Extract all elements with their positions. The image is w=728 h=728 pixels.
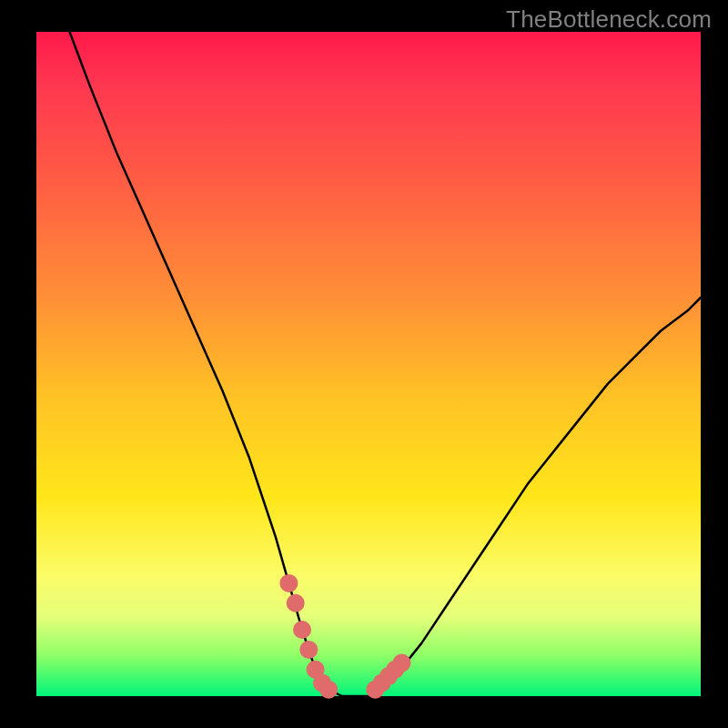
chart-svg <box>36 32 701 696</box>
watermark-text: TheBottleneck.com <box>506 5 712 34</box>
curve-markers <box>279 574 410 699</box>
curve-marker <box>287 594 305 612</box>
plot-area <box>36 32 701 696</box>
bottleneck-curve <box>70 32 702 696</box>
curve-marker <box>319 681 338 699</box>
curve-marker <box>299 641 318 659</box>
curve-marker <box>279 574 298 592</box>
curve-marker <box>293 621 311 639</box>
chart-frame: TheBottleneck.com <box>0 0 728 728</box>
curve-marker <box>393 654 411 672</box>
